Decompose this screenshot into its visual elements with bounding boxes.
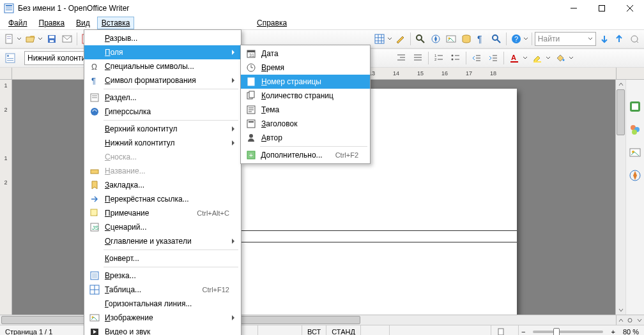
table-dropdown[interactable]	[387, 32, 392, 46]
svg-text:+: +	[249, 152, 253, 159]
status-insert[interactable]: ВСТ	[302, 325, 326, 335]
insert-menu-item-label: Разрыв...	[105, 34, 229, 43]
insert-menu-item-12[interactable]: Закладка...	[84, 178, 241, 192]
gallery-panel-icon[interactable]	[629, 146, 641, 159]
open-dropdown[interactable]	[38, 32, 43, 46]
status-zoom[interactable]: 80 %	[618, 325, 644, 335]
blank-icon	[87, 122, 102, 136]
fields-menu-item-2[interactable]: #Номер страницы	[241, 75, 370, 89]
fields-menu-item-5[interactable]: Заголовок	[241, 117, 370, 131]
page-up-icon[interactable]	[617, 315, 625, 325]
menu-file[interactable]: Файл	[4, 17, 32, 29]
vertical-ruler[interactable]: 1212	[0, 80, 12, 315]
open-icon[interactable]	[24, 31, 38, 47]
properties-panel-icon[interactable]	[629, 100, 641, 113]
nav-icon[interactable]	[429, 31, 443, 47]
new-doc-dropdown[interactable]	[17, 32, 22, 46]
zoom-icon[interactable]	[489, 31, 503, 47]
find-next-icon[interactable]	[597, 31, 611, 47]
menu-insert[interactable]: Вставка	[97, 17, 135, 29]
styles-icon[interactable]	[3, 50, 18, 66]
view-single-icon[interactable]	[491, 325, 519, 335]
insert-menu-item-label: Поля	[105, 48, 229, 57]
insert-menu-item-23[interactable]: Изображение	[84, 311, 241, 325]
insert-menu-item-18[interactable]: Конверт...	[84, 251, 241, 265]
vertical-scrollbar[interactable]	[615, 80, 625, 315]
find-prev-icon[interactable]	[612, 31, 626, 47]
insert-menu-item-6[interactable]: Гиперссылка	[84, 105, 241, 119]
numbered-list-icon[interactable]: 12	[431, 50, 447, 66]
table-tb-icon[interactable]	[372, 31, 387, 47]
fields-submenu: 31ДатаВремя#Номер страницыКоличество стр…	[240, 45, 371, 164]
page-nav-icon[interactable]	[625, 315, 634, 325]
highlight-dropdown[interactable]	[545, 51, 551, 65]
styles-panel-icon[interactable]	[629, 123, 641, 136]
insert-menu-item-8[interactable]: Верхний колонтитул	[84, 122, 241, 136]
find-box[interactable]: Найти	[535, 32, 596, 46]
save-icon[interactable]	[45, 31, 59, 47]
bgcolor-dropdown[interactable]	[568, 51, 574, 65]
datasrc-icon[interactable]	[459, 31, 473, 47]
insert-menu-item-label: Конверт...	[105, 254, 229, 263]
zoom-in-icon[interactable]: +	[608, 328, 617, 335]
insert-menu-item-21[interactable]: Таблица...Ctrl+F12	[84, 283, 241, 297]
insert-menu-item-0[interactable]: Разрыв...	[84, 31, 241, 45]
svg-rect-74	[498, 329, 503, 335]
fields-menu-item-0[interactable]: 31Дата	[241, 47, 370, 61]
align-justify-icon[interactable]	[410, 50, 425, 66]
help-dropdown[interactable]	[523, 32, 529, 46]
insert-menu-item-16[interactable]: Оглавление и указатели	[84, 234, 241, 248]
menu-bar: Файл Правка Вид Вставка Формат Таблица С…	[0, 17, 644, 29]
fields-menu-item-1[interactable]: Время	[241, 61, 370, 75]
highlight-icon[interactable]	[530, 50, 545, 66]
insert-menu-item-2[interactable]: ΩСпециальные символы...	[84, 59, 241, 73]
find-icon[interactable]	[413, 31, 427, 47]
insert-menu-item-label: Название...	[105, 167, 229, 175]
svg-rect-81	[91, 170, 98, 174]
close-button[interactable]	[616, 0, 644, 17]
inc-indent-icon[interactable]	[486, 50, 501, 66]
insert-menu-item-3[interactable]: ¶Символ форматирования	[84, 73, 241, 87]
minimize-button[interactable]	[560, 0, 588, 17]
navigator-panel-icon[interactable]	[629, 169, 641, 182]
insert-menu-item-1[interactable]: Поля	[84, 45, 241, 59]
insert-menu-item-13[interactable]: Перекрёстная ссылка...	[84, 192, 241, 206]
fields-menu-item-4[interactable]: Тема	[241, 103, 370, 117]
align-right-icon[interactable]	[394, 50, 409, 66]
draw-icon[interactable]	[394, 31, 408, 47]
help-icon[interactable]: ?	[509, 31, 523, 47]
dec-indent-icon[interactable]	[469, 50, 484, 66]
fields-menu-item-3[interactable]: Количество страниц	[241, 89, 370, 103]
gallery-icon[interactable]	[444, 31, 458, 47]
menu-help[interactable]: Справка	[252, 17, 291, 29]
insert-menu-item-label: Символ форматирования	[105, 76, 229, 85]
insert-menu-item-15[interactable]: JSСценарий...	[84, 220, 241, 234]
new-doc-icon[interactable]	[3, 31, 17, 47]
insert-menu-item-5[interactable]: Раздел...	[84, 91, 241, 105]
menu-edit[interactable]: Правка	[34, 17, 70, 29]
blank-icon	[87, 251, 102, 265]
bullet-list-icon[interactable]	[448, 50, 463, 66]
menu-view[interactable]: Вид	[72, 17, 95, 29]
status-mode[interactable]: СТАНД	[326, 325, 361, 335]
insert-menu-item-20[interactable]: Врезка...	[84, 269, 241, 283]
status-lang[interactable]	[258, 325, 302, 335]
email-icon[interactable]	[60, 31, 74, 47]
insert-menu-item-9[interactable]: Нижний колонтитул	[84, 136, 241, 150]
page-down-icon[interactable]	[635, 315, 644, 325]
font-color-dropdown[interactable]	[522, 51, 528, 65]
insert-menu-item-14[interactable]: ПримечаниеCtrl+Alt+C	[84, 206, 241, 220]
find-opt-icon[interactable]	[627, 31, 641, 47]
fields-menu-item-6[interactable]: Автор	[241, 131, 370, 145]
fields-menu-item-8[interactable]: +Дополнительно...Ctrl+F2	[241, 148, 370, 162]
zoom-slider[interactable]	[533, 331, 603, 333]
insert-menu-item-24[interactable]: Видео и звук	[84, 325, 241, 335]
maximize-button[interactable]	[588, 0, 616, 17]
insert-menu-item-22[interactable]: Горизонтальная линия...	[84, 297, 241, 311]
font-color-icon[interactable]: A	[507, 50, 522, 66]
zoom-out-icon[interactable]: −	[519, 325, 528, 335]
bgcolor-icon[interactable]	[553, 50, 568, 66]
status-sig[interactable]	[361, 325, 390, 335]
accel: Ctrl+Alt+C	[197, 209, 229, 217]
pilcrow-icon[interactable]: ¶	[474, 31, 488, 47]
